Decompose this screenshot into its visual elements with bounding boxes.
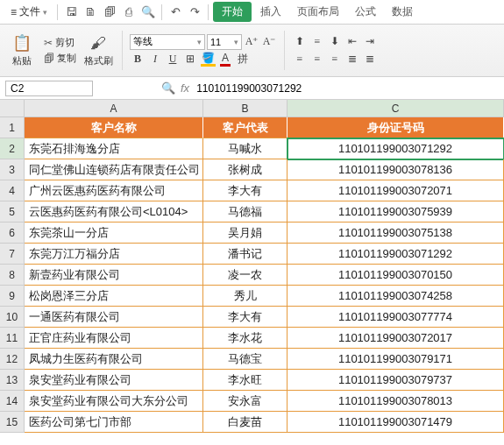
cell-customer-name[interactable]: 医药公司第七门市部 [25, 412, 203, 433]
cell-id-number[interactable]: 110101199003070150 [287, 265, 504, 286]
row-header[interactable]: 9 [0, 286, 25, 307]
undo-icon[interactable]: ↶ [167, 4, 184, 21]
distribute-button[interactable]: ≣ [362, 52, 378, 67]
col-header-C[interactable]: C [287, 100, 504, 117]
row-header[interactable]: 7 [0, 244, 25, 265]
cell-customer-name[interactable]: 东莞万江万福分店 [25, 244, 203, 265]
cell-representative[interactable]: 凌一农 [203, 265, 287, 286]
cell-customer-name[interactable]: 凤城力生医药有限公司 [25, 349, 203, 370]
row-header[interactable]: 10 [0, 307, 25, 328]
row-header[interactable]: 12 [0, 349, 25, 370]
row-header[interactable]: 11 [0, 328, 25, 349]
header-cell-rep[interactable]: 客户代表 [203, 117, 287, 138]
cell-representative[interactable]: 吴月娟 [203, 222, 287, 244]
cell-id-number[interactable]: 110101199003079171 [287, 349, 504, 370]
decrease-font-button[interactable]: A⁻ [261, 34, 277, 50]
tab-formula[interactable]: 公式 [348, 2, 383, 22]
align-middle-button[interactable]: ≡ [309, 34, 325, 50]
save-icon[interactable]: 🖫 [62, 4, 80, 21]
row-header-1[interactable]: 1 [0, 117, 25, 138]
row-header[interactable]: 4 [0, 180, 25, 201]
redo-icon[interactable]: ↷ [186, 4, 203, 21]
select-all-corner[interactable] [0, 100, 25, 117]
export-pdf-icon[interactable]: 🗐 [101, 4, 118, 21]
cell-customer-name[interactable]: 云医惠药医药有限公司<L0104> [25, 201, 203, 222]
font-color-button[interactable]: A [217, 52, 233, 67]
cell-representative[interactable]: 安永富 [203, 391, 287, 412]
format-painter-button[interactable]: 🖌 格式刷 [82, 28, 115, 74]
align-right-button[interactable]: ≡ [327, 52, 343, 67]
cell-id-number[interactable]: 110101199003075138 [287, 222, 504, 244]
formula-input[interactable] [195, 81, 499, 96]
cell-id-number[interactable]: 110101199003078013 [287, 391, 504, 412]
cell-representative[interactable]: 白麦苗 [203, 412, 287, 433]
cell-customer-name[interactable]: 新壹药业有限公司 [25, 265, 203, 286]
row-header[interactable]: 8 [0, 265, 25, 286]
header-cell-name[interactable]: 客户名称 [25, 117, 203, 138]
cell-representative[interactable]: 秀儿 [203, 286, 287, 307]
justify-button[interactable]: ≣ [344, 52, 360, 67]
align-bottom-button[interactable]: ⬇ [327, 34, 343, 50]
cell-customer-name[interactable]: 一通医药有限公司 [25, 307, 203, 328]
cell-representative[interactable]: 张树成 [203, 159, 287, 180]
font-name-combo[interactable]: 等线▾ [130, 34, 205, 50]
tab-start[interactable]: 开始 [213, 2, 252, 22]
row-header[interactable]: 2 [0, 138, 25, 159]
fx-icon[interactable]: fx [181, 81, 189, 95]
cell-representative[interactable]: 马德福 [203, 201, 287, 222]
align-top-button[interactable]: ⬆ [292, 34, 308, 50]
phonetic-button[interactable]: 拼 [235, 52, 251, 67]
cell-id-number[interactable]: 110101199003071292 [287, 138, 504, 159]
cell-representative[interactable]: 李水旺 [203, 370, 287, 391]
cell-customer-name[interactable]: 同仁堂佛山连锁药店有限责任公司 [25, 159, 203, 180]
tab-layout[interactable]: 页面布局 [290, 2, 346, 22]
row-header[interactable]: 5 [0, 201, 25, 222]
cell-id-number[interactable]: 110101199003079737 [287, 370, 504, 391]
tab-data[interactable]: 数据 [385, 2, 420, 22]
cell-customer-name[interactable]: 正官庄药业有限公司 [25, 328, 203, 349]
col-header-A[interactable]: A [25, 100, 203, 117]
row-header[interactable]: 14 [0, 391, 25, 412]
file-menu[interactable]: ≡ 文件 ▾ [5, 3, 53, 21]
copy-button[interactable]: 🗐复制 [40, 52, 80, 66]
zoom-ref-icon[interactable]: 🔍 [161, 81, 175, 95]
row-header[interactable]: 3 [0, 159, 25, 180]
increase-indent-button[interactable]: ⇥ [362, 34, 378, 50]
border-button[interactable]: ⊞ [182, 52, 198, 67]
cell-id-number[interactable]: 110101199003075939 [287, 201, 504, 222]
header-cell-id[interactable]: 身份证号码 [287, 117, 504, 138]
cell-customer-name[interactable]: 广州云医惠药医药有限公司 [25, 180, 203, 201]
cell-representative[interactable]: 潘书记 [203, 244, 287, 265]
paste-button[interactable]: 📋 粘贴 [5, 28, 39, 74]
name-box[interactable]: C2 [5, 81, 93, 96]
cut-button[interactable]: ✂剪切 [40, 36, 80, 50]
cell-id-number[interactable]: 110101199003071292 [287, 244, 504, 265]
cell-customer-name[interactable]: 泉安堂药业有限公司 [25, 370, 203, 391]
underline-button[interactable]: U [165, 52, 181, 67]
italic-button[interactable]: I [147, 52, 163, 67]
row-header[interactable]: 6 [0, 222, 25, 244]
cell-id-number[interactable]: 110101199003078136 [287, 159, 504, 180]
print-icon[interactable]: ⎙ [120, 4, 138, 21]
row-header[interactable]: 15 [0, 412, 25, 433]
align-left-button[interactable]: ≡ [292, 52, 308, 67]
cell-representative[interactable]: 马德宝 [203, 349, 287, 370]
row-header[interactable]: 13 [0, 370, 25, 391]
cell-representative[interactable]: 马喊水 [203, 138, 287, 159]
cell-customer-name[interactable]: 东莞茶山一分店 [25, 222, 203, 244]
cell-id-number[interactable]: 110101199003077774 [287, 307, 504, 328]
cell-id-number[interactable]: 110101199003074258 [287, 286, 504, 307]
col-header-B[interactable]: B [203, 100, 287, 117]
cell-id-number[interactable]: 110101199003072071 [287, 180, 504, 201]
font-size-combo[interactable]: 11▾ [207, 34, 242, 50]
save-as-icon[interactable]: 🗎 [82, 4, 99, 21]
cell-customer-name[interactable]: 泉安堂药业有限公司大东分公司 [25, 391, 203, 412]
tab-insert[interactable]: 插入 [253, 2, 288, 22]
cell-representative[interactable]: 李水花 [203, 328, 287, 349]
cell-customer-name[interactable]: 东莞石排海逸分店 [25, 138, 203, 159]
decrease-indent-button[interactable]: ⇤ [344, 34, 360, 50]
cell-id-number[interactable]: 110101199003071479 [287, 412, 504, 433]
print-preview-icon[interactable]: 🔍 [139, 4, 157, 21]
cell-representative[interactable]: 李大有 [203, 307, 287, 328]
bold-button[interactable]: B [130, 52, 146, 67]
